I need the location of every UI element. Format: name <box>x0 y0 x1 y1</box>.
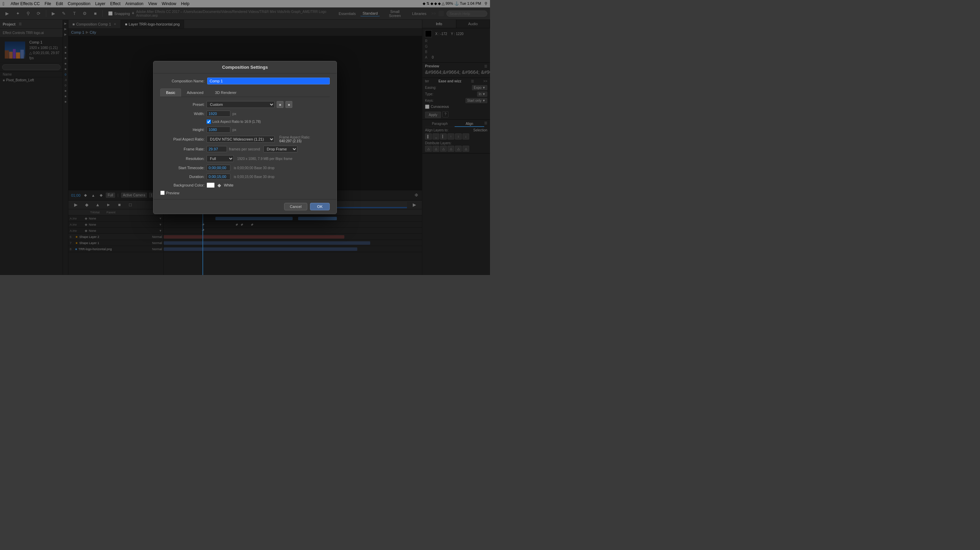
frame-rate-controls: frames per second Drop Frame <box>207 146 298 153</box>
width-unit: px <box>232 112 237 116</box>
bg-color-label: Background Color: <box>160 183 205 187</box>
width-label: Width: <box>160 112 205 116</box>
height-unit: px <box>232 128 237 132</box>
bg-color-name: White <box>224 183 234 187</box>
preset-row: Preset: Custom ■ ■ <box>160 101 330 108</box>
frame-rate-input[interactable] <box>207 146 227 152</box>
dialog-tab-3drenderer[interactable]: 3D Renderer <box>209 88 242 97</box>
comp-name-row: Composition Name: <box>160 78 330 84</box>
resolution-row: Resolution: Full 1920 x 1080, 7.9 MB per… <box>160 155 330 162</box>
preset-icon-btn-1[interactable]: ■ <box>277 101 283 108</box>
start-tc-row: Start Timecode: is 0;00;00;00 Base 30 dr… <box>160 165 330 171</box>
pixel-ar-label: Pixel Aspect Ratio: <box>160 137 205 141</box>
preset-icon-btn-2[interactable]: ■ <box>285 101 292 108</box>
duration-row: Duration: is 0;00;15;00 Base 30 drop <box>160 174 330 180</box>
duration-label: Duration: <box>160 175 205 179</box>
duration-info: is 0;00;15;00 Base 30 drop <box>234 175 275 179</box>
pixel-ar-row: Pixel Aspect Ratio: D1/DV NTSC Widescree… <box>160 136 330 143</box>
frame-rate-label: Frame Rate: <box>160 147 205 151</box>
preset-dropdown[interactable]: Custom <box>207 101 275 108</box>
preview-check-row: Preview <box>160 191 330 195</box>
dialog-body: Composition Name: Basic Advanced 3D Rend… <box>153 73 337 199</box>
frame-ar-val: 640:297 (2.15) <box>279 139 301 143</box>
frame-ar-label: Frame Aspect Ratio: <box>279 136 310 139</box>
resolution-info: 1920 x 1080, 7.9 MB per 8bpc frame <box>237 157 292 161</box>
height-label: Height: <box>160 128 205 132</box>
resolution-label: Resolution: <box>160 156 205 161</box>
cancel-button[interactable]: Cancel <box>284 203 307 210</box>
dialog-tabs: Basic Advanced 3D Renderer <box>160 88 330 97</box>
preview-check[interactable] <box>160 191 165 195</box>
bg-color-row: Background Color: ◆ White <box>160 182 330 188</box>
preview-check-label: Preview <box>166 191 179 195</box>
frame-aspect-info: Frame Aspect Ratio: 640:297 (2.15) <box>279 136 310 143</box>
resolution-dropdown[interactable]: Full <box>207 155 234 162</box>
start-tc-info: is 0;00;00;00 Base 30 drop <box>234 166 275 170</box>
frame-rate-row: Frame Rate: frames per second Drop Frame <box>160 146 330 153</box>
height-input[interactable] <box>207 127 231 133</box>
dialog-title: Composition Settings <box>153 61 337 73</box>
comp-name-input[interactable] <box>207 78 330 84</box>
height-row: Height: px <box>160 127 330 133</box>
composition-settings-dialog: Composition Settings Composition Name: B… <box>153 61 337 214</box>
frame-rate-unit: frames per second <box>229 147 260 151</box>
start-tc-label: Start Timecode: <box>160 166 205 170</box>
dialog-footer: Cancel OK <box>153 199 337 214</box>
bg-color-controls: ◆ White <box>207 182 234 188</box>
preset-label: Preset: <box>160 102 205 107</box>
width-row: Width: px <box>160 111 330 117</box>
frame-rate-mode-dropdown[interactable]: Drop Frame <box>263 146 298 153</box>
dialog-tab-advanced[interactable]: Advanced <box>181 88 209 97</box>
lock-aspect-label: Lock Aspect Ratio to 16:9 (1.78) <box>212 120 261 124</box>
eyedropper-icon[interactable]: ◆ <box>218 182 221 188</box>
dialog-overlay: Composition Settings Composition Name: B… <box>0 0 490 275</box>
ok-button[interactable]: OK <box>310 203 330 210</box>
comp-name-label: Composition Name: <box>160 79 205 83</box>
start-tc-input[interactable] <box>207 165 231 171</box>
dialog-tab-basic[interactable]: Basic <box>160 88 181 97</box>
width-input[interactable] <box>207 111 231 117</box>
lock-aspect-row: Lock Aspect Ratio to 16:9 (1.78) <box>207 120 330 124</box>
lock-aspect-checkbox[interactable] <box>207 120 211 124</box>
duration-input[interactable] <box>207 174 231 180</box>
bg-color-swatch[interactable] <box>207 182 215 188</box>
pixel-ar-dropdown[interactable]: D1/DV NTSC Widescreen (1.21) <box>207 136 275 143</box>
